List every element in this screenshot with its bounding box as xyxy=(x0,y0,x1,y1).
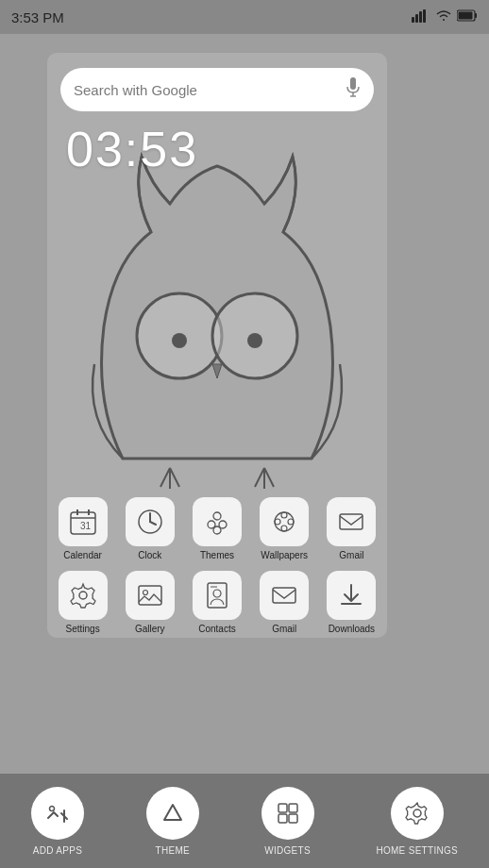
app-item-wallpapers[interactable]: Wallpapers xyxy=(253,497,316,560)
add-apps-label: ADD APPS xyxy=(33,845,82,856)
svg-rect-6 xyxy=(459,12,473,20)
svg-point-27 xyxy=(281,512,287,518)
svg-point-12 xyxy=(172,333,187,348)
app-item-settings[interactable]: Settings xyxy=(51,571,114,634)
svg-rect-45 xyxy=(289,814,297,823)
contacts-label: Contacts xyxy=(198,624,235,634)
status-icons xyxy=(412,8,478,25)
dock-item-home-settings[interactable]: HOME SETTINGS xyxy=(376,787,458,856)
owl-illustration xyxy=(66,138,368,496)
app-item-downloads[interactable]: Downloads xyxy=(320,571,383,634)
gallery-label: Gallery xyxy=(135,624,165,634)
calendar-label: Calendar xyxy=(63,550,102,560)
svg-text:31: 31 xyxy=(80,521,92,531)
svg-rect-44 xyxy=(278,814,287,823)
clock-display: 03:53 xyxy=(66,121,387,177)
svg-point-29 xyxy=(275,519,280,525)
apps-row1: 31 Calendar Clock xyxy=(47,497,387,560)
app-item-themes[interactable]: Themes xyxy=(185,497,248,560)
gmail-label: Gmail xyxy=(339,550,363,560)
svg-rect-3 xyxy=(423,9,426,23)
main-content: Search with Google 03:53 xyxy=(0,34,489,868)
apps-row2: Settings Gallery xyxy=(47,571,387,634)
settings-label: Settings xyxy=(66,624,100,634)
svg-point-13 xyxy=(247,333,262,348)
app-item-calendar[interactable]: 31 Calendar xyxy=(51,497,114,560)
app-item-clock[interactable]: Clock xyxy=(118,497,181,560)
svg-rect-38 xyxy=(273,588,295,603)
svg-point-32 xyxy=(79,592,87,599)
svg-point-22 xyxy=(213,512,221,520)
status-time: 3:53 PM xyxy=(11,9,64,25)
svg-rect-42 xyxy=(278,804,287,812)
theme-label: THEME xyxy=(155,845,190,856)
svg-point-46 xyxy=(413,810,421,817)
themes-label: Themes xyxy=(200,550,234,560)
calendar-icon-wrapper[interactable]: 31 xyxy=(59,497,108,546)
app-item-gallery[interactable]: Gallery xyxy=(118,571,181,634)
svg-rect-0 xyxy=(412,17,414,23)
app-item-gmail[interactable]: Gmail xyxy=(320,497,383,560)
add-apps-icon[interactable] xyxy=(31,787,84,840)
app-item-gmail2[interactable]: Gmail xyxy=(253,571,316,634)
signal-icon xyxy=(412,9,430,25)
settings-icon-wrapper[interactable] xyxy=(59,571,108,620)
gmail-icon-wrapper[interactable] xyxy=(327,497,376,546)
svg-point-30 xyxy=(288,519,294,525)
svg-rect-31 xyxy=(340,514,363,529)
svg-rect-33 xyxy=(139,586,161,605)
themes-icon-wrapper[interactable] xyxy=(193,497,242,546)
downloads-icon-wrapper[interactable] xyxy=(327,571,376,620)
gmail2-label: Gmail xyxy=(272,624,296,634)
svg-point-39 xyxy=(49,806,54,810)
widgets-label: WIDGETS xyxy=(264,845,311,856)
dock-item-widgets[interactable]: WIDGETS xyxy=(261,787,314,856)
wallpapers-label: Wallpapers xyxy=(261,550,308,560)
app-item-contacts[interactable]: Contacts xyxy=(185,571,248,634)
home-settings-icon[interactable] xyxy=(391,787,444,840)
clock-icon-wrapper[interactable] xyxy=(126,497,175,546)
svg-rect-5 xyxy=(475,13,477,18)
mic-icon[interactable] xyxy=(346,77,361,103)
gallery-icon-wrapper[interactable] xyxy=(126,571,175,620)
contacts-icon-wrapper[interactable] xyxy=(193,571,242,620)
dock-item-add-apps[interactable]: ADD APPS xyxy=(31,787,84,856)
svg-point-34 xyxy=(143,591,147,595)
clock-label: Clock xyxy=(138,550,161,560)
dock-item-theme[interactable]: THEME xyxy=(146,787,199,856)
downloads-label: Downloads xyxy=(329,624,375,634)
svg-point-28 xyxy=(281,526,287,531)
gmail2-icon-wrapper[interactable] xyxy=(260,571,309,620)
search-placeholder: Search with Google xyxy=(74,82,336,98)
bottom-dock: ADD APPS THEME WIDGETS xyxy=(0,774,489,868)
wifi-icon xyxy=(435,8,452,25)
search-bar[interactable]: Search with Google xyxy=(60,68,374,111)
svg-rect-1 xyxy=(415,14,418,23)
battery-icon xyxy=(457,8,478,25)
home-card: Search with Google 03:53 xyxy=(47,53,387,638)
widgets-icon[interactable] xyxy=(261,787,314,840)
wallpapers-icon-wrapper[interactable] xyxy=(260,497,309,546)
status-bar: 3:53 PM xyxy=(0,0,489,34)
svg-rect-2 xyxy=(419,11,422,23)
home-settings-label: HOME SETTINGS xyxy=(376,845,458,856)
svg-line-21 xyxy=(150,522,156,525)
svg-rect-7 xyxy=(350,77,356,90)
svg-point-26 xyxy=(275,512,294,531)
svg-rect-43 xyxy=(289,804,297,812)
theme-icon[interactable] xyxy=(146,787,199,840)
svg-point-36 xyxy=(213,590,221,597)
svg-point-25 xyxy=(213,526,221,534)
